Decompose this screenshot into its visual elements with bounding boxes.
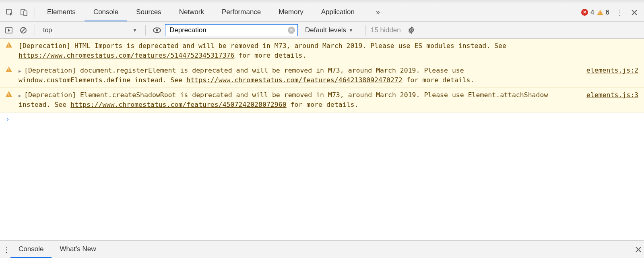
tab-performance[interactable]: Performance: [213, 3, 270, 21]
warning-badge-icon: [597, 10, 603, 15]
svg-point-6: [156, 29, 158, 31]
console-filter[interactable]: ✕: [165, 24, 298, 36]
message-text[interactable]: ▶[Deprecation] Element.createShadowRoot …: [19, 90, 575, 110]
doc-link[interactable]: https://www.chromestatus.com/features/45…: [70, 101, 286, 108]
console-messages: [Deprecation] HTML Imports is deprecated…: [0, 39, 644, 112]
drawer-tab-console[interactable]: Console: [10, 241, 52, 258]
drawer: ⋮ ConsoleWhat's New: [0, 240, 644, 258]
expand-icon[interactable]: ▶: [19, 68, 23, 75]
execution-context-selector[interactable]: top ▼: [40, 25, 140, 36]
devtools-tabbar: ElementsConsoleSourcesNetworkPerformance…: [0, 3, 644, 22]
chevron-down-icon: ▼: [132, 27, 137, 33]
source-link[interactable]: elements.js:2: [586, 66, 638, 75]
console-settings-icon[interactable]: [405, 24, 418, 37]
tab-elements[interactable]: Elements: [38, 3, 85, 21]
doc-link[interactable]: https://www.chromestatus.com/features/51…: [19, 52, 234, 59]
clear-console-icon[interactable]: [17, 24, 30, 37]
drawer-tab-what-s-new[interactable]: What's New: [52, 241, 104, 258]
console-prompt[interactable]: ›: [0, 112, 644, 126]
close-drawer-icon[interactable]: [635, 246, 642, 253]
warning-icon: [6, 66, 15, 72]
hidden-messages-count[interactable]: 15 hidden: [371, 26, 403, 34]
context-label: top: [43, 27, 52, 34]
chevron-down-icon: ▼: [349, 27, 353, 33]
console-message: ▶[Deprecation] Element.createShadowRoot …: [0, 88, 644, 112]
tab-network[interactable]: Network: [170, 3, 213, 21]
error-badge-icon: ✕: [581, 9, 588, 16]
warning-icon: [6, 90, 15, 97]
close-devtools-icon[interactable]: [627, 5, 642, 20]
message-text[interactable]: [Deprecation] HTML Imports is deprecated…: [19, 41, 638, 60]
tab-sources[interactable]: Sources: [127, 3, 170, 21]
panel-tabs: ElementsConsoleSourcesNetworkPerformance…: [38, 3, 363, 21]
tab-console[interactable]: Console: [85, 3, 127, 21]
doc-link[interactable]: https://www.chromestatus.com/features/46…: [186, 76, 402, 84]
warning-count: 6: [606, 8, 609, 17]
error-count: 4: [590, 8, 594, 17]
device-toolbar-icon[interactable]: [17, 5, 31, 20]
tab-application[interactable]: Application: [312, 3, 363, 21]
prompt-chevron-icon: ›: [6, 115, 10, 123]
console-message: [Deprecation] HTML Imports is deprecated…: [0, 39, 644, 63]
svg-rect-2: [24, 11, 27, 16]
expand-icon[interactable]: ▶: [19, 93, 23, 99]
log-levels-selector[interactable]: Default levels ▼: [299, 26, 359, 34]
message-text[interactable]: ▶[Deprecation] document.registerElement …: [19, 66, 575, 85]
levels-label: Default levels: [305, 26, 346, 34]
console-message: ▶[Deprecation] document.registerElement …: [0, 63, 644, 88]
source-link[interactable]: elements.js:3: [586, 90, 638, 100]
inspect-element-icon[interactable]: [2, 5, 17, 20]
svg-point-7: [410, 29, 412, 31]
toggle-sidebar-icon[interactable]: [2, 24, 15, 37]
clear-filter-icon[interactable]: ✕: [288, 27, 295, 34]
more-tabs-icon[interactable]: »: [371, 5, 385, 20]
menu-kebab-icon[interactable]: ⋮: [613, 5, 627, 20]
live-expression-icon[interactable]: [151, 24, 163, 37]
filter-input[interactable]: [169, 26, 288, 34]
console-toolbar: top ▼ ✕ Default levels ▼ 15 hidden: [0, 22, 644, 39]
warning-icon: [6, 41, 15, 48]
error-warning-badges[interactable]: ✕ 4 6: [578, 8, 613, 17]
drawer-menu-icon[interactable]: ⋮: [2, 245, 10, 254]
drawer-tabs: ConsoleWhat's New: [10, 241, 104, 258]
tab-memory[interactable]: Memory: [270, 3, 312, 21]
